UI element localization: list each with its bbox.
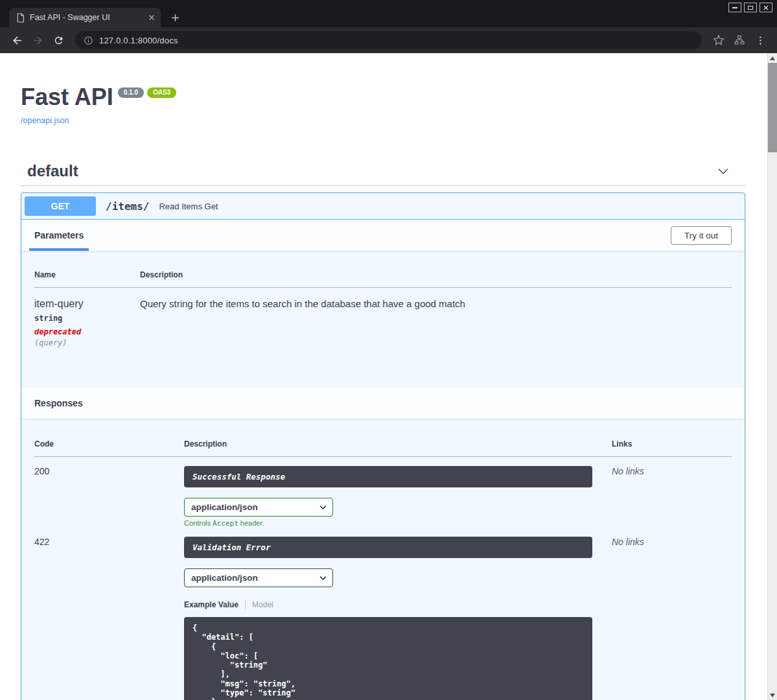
parameter-type: string <box>34 314 140 323</box>
parameter-deprecated-flag: deprecated <box>34 327 140 336</box>
response-message-box: Successful Response <box>184 466 592 487</box>
vertical-scrollbar[interactable] <box>767 53 777 700</box>
operation-path: /items/ <box>102 200 152 213</box>
response-description-header: Description <box>184 432 612 457</box>
browser-menu-button[interactable] <box>750 30 771 51</box>
maximize-button[interactable] <box>744 3 757 12</box>
tag-title: default <box>27 162 78 180</box>
kebab-menu-icon <box>755 35 766 46</box>
parameters-table: Name Description item-query string depr <box>34 262 732 347</box>
maximize-icon <box>748 6 753 10</box>
title-badges: 0.1.0 OAS3 <box>118 88 176 98</box>
browser-titlebar: Fast API - Swagger UI <box>0 0 777 27</box>
responses-header: Responses <box>21 388 745 419</box>
site-hierarchy-icon <box>734 34 745 46</box>
response-message-box: Validation Error <box>184 537 592 558</box>
parameter-location: (query) <box>34 338 140 347</box>
param-description-header: Description <box>140 262 732 288</box>
chevron-down-icon[interactable] <box>716 164 730 178</box>
parameters-table-container: Name Description item-query string depr <box>21 251 745 388</box>
tag-section-default: default GET /items/ Read Items Get Param… <box>21 157 745 700</box>
scroll-up-icon <box>770 56 775 60</box>
api-info: Fast API 0.1.0 OAS3 /openapi.json <box>21 53 745 126</box>
new-tab-button[interactable] <box>167 10 183 25</box>
operation-description: Read Items Get <box>159 202 218 211</box>
page-favicon-icon <box>16 13 25 23</box>
openapi-link[interactable]: /openapi.json <box>21 116 69 125</box>
close-button[interactable] <box>760 3 772 12</box>
example-tabs: Example Value Model <box>184 600 592 609</box>
response-links: No links <box>612 528 732 700</box>
media-type-select-wrap: application/json <box>184 568 333 587</box>
response-row-200: 200 Successful Response application/json <box>34 457 732 528</box>
media-type-select-wrap: application/json <box>184 498 333 517</box>
accept-header-hint: Controls Accept header. <box>184 519 592 528</box>
parameters-header: Parameters Try it out <box>21 220 745 251</box>
star-icon <box>713 34 725 46</box>
page-viewport: Fast API 0.1.0 OAS3 /openapi.json defaul… <box>0 53 777 700</box>
swagger-page: Fast API 0.1.0 OAS3 /openapi.json defaul… <box>0 53 767 700</box>
tab-parameters[interactable]: Parameters <box>29 220 89 251</box>
reload-icon <box>53 35 64 46</box>
browser-navbar: 127.0.0.1:8000/docs <box>0 27 777 53</box>
scroll-down-icon <box>770 694 775 697</box>
site-info-icon[interactable] <box>84 36 93 45</box>
forward-icon <box>32 34 44 47</box>
version-badge: 0.1.0 <box>118 88 144 98</box>
tag-default-header[interactable]: default <box>21 157 745 186</box>
tab-title: Fast API - Swagger UI <box>30 13 143 22</box>
oas-badge: OAS3 <box>147 88 176 98</box>
method-badge: GET <box>25 196 96 216</box>
tab-example-value[interactable]: Example Value <box>184 600 246 609</box>
page-title: Fast API <box>21 86 113 109</box>
scroll-down-button[interactable] <box>768 690 777 700</box>
response-code: 200 <box>34 457 184 528</box>
back-button[interactable] <box>6 30 27 51</box>
scroll-up-button[interactable] <box>768 53 777 63</box>
response-code: 422 <box>34 528 184 700</box>
response-code-header: Code <box>34 432 184 457</box>
forward-button[interactable] <box>27 30 48 51</box>
parameter-row: item-query string deprecated (query) Que… <box>34 288 732 348</box>
responses-title: Responses <box>34 388 83 419</box>
example-json-block: { "detail": [ { "loc": [ "string" ], "ms… <box>184 617 592 700</box>
media-type-select[interactable]: application/json <box>184 568 333 587</box>
minimize-icon <box>732 7 737 8</box>
response-row-422: 422 Validation Error application/json <box>34 528 732 700</box>
address-bar[interactable]: 127.0.0.1:8000/docs <box>75 31 702 49</box>
media-type-select[interactable]: application/json <box>184 498 333 517</box>
responses-table: Code Description Links 200 Successful Re… <box>34 432 732 700</box>
parameters-tab-label: Parameters <box>34 230 84 240</box>
window-controls <box>728 3 772 12</box>
back-icon <box>11 34 23 47</box>
reload-button[interactable] <box>48 30 69 51</box>
tab-model[interactable]: Model <box>252 600 273 609</box>
responses-table-container: Code Description Links 200 Successful Re… <box>21 419 745 700</box>
browser-window: Fast API - Swagger UI <box>0 0 777 700</box>
response-links: No links <box>612 457 732 528</box>
minimize-button[interactable] <box>728 3 741 12</box>
operation-summary[interactable]: GET /items/ Read Items Get <box>21 193 745 220</box>
response-links-header: Links <box>612 432 732 457</box>
bookmark-button[interactable] <box>708 30 729 51</box>
opblock-get-items: GET /items/ Read Items Get Parameters Tr… <box>21 192 745 700</box>
try-it-out-button[interactable]: Try it out <box>671 226 732 245</box>
scrollbar-thumb[interactable] <box>768 63 777 152</box>
close-icon <box>763 5 769 10</box>
url-text[interactable]: 127.0.0.1:8000/docs <box>99 36 178 45</box>
site-hierarchy-button[interactable] <box>729 30 750 51</box>
parameter-name: item-query <box>34 298 140 310</box>
parameter-description: Query string for the items to search in … <box>140 288 732 348</box>
param-name-header: Name <box>34 262 140 288</box>
tab-close-icon[interactable] <box>148 14 155 21</box>
browser-tab[interactable]: Fast API - Swagger UI <box>9 8 161 27</box>
